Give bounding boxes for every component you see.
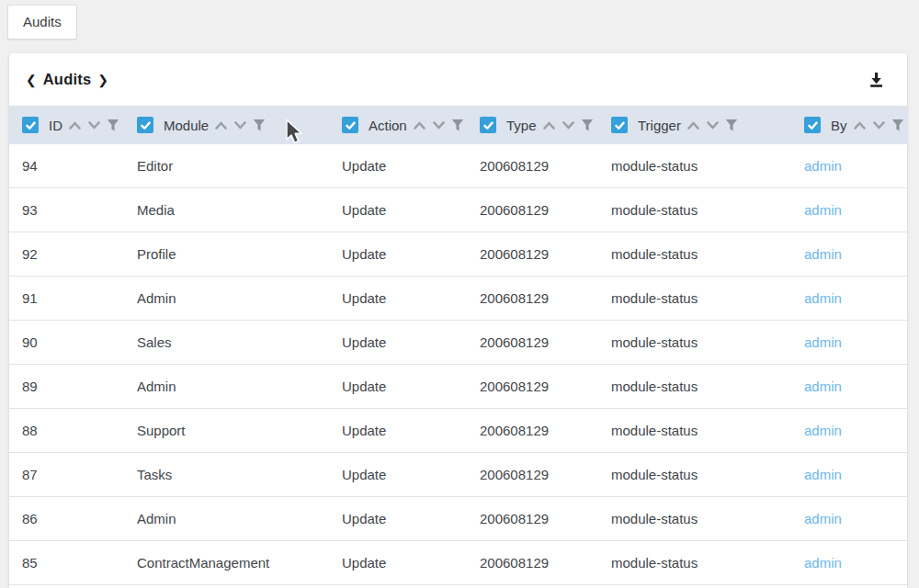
chevron-left-icon[interactable]: ❮ bbox=[26, 74, 37, 86]
cell-by: admin bbox=[804, 423, 907, 438]
cell-id: 92 bbox=[22, 246, 137, 262]
by-user-link[interactable]: admin bbox=[804, 555, 842, 571]
chevron-right-icon[interactable]: ❯ bbox=[97, 74, 108, 86]
filter-funnel-icon[interactable] bbox=[451, 119, 464, 132]
column-label: By bbox=[831, 118, 847, 133]
by-user-link[interactable]: admin bbox=[804, 202, 842, 218]
cell-type: 200608129 bbox=[480, 555, 611, 571]
table-row: 91 Admin Update 200608129 module-status … bbox=[9, 277, 907, 321]
download-button[interactable] bbox=[866, 69, 887, 90]
filter-funnel-icon[interactable] bbox=[725, 119, 738, 132]
cell-type: 200608129 bbox=[480, 290, 611, 306]
sort-descending-icon[interactable] bbox=[562, 120, 575, 130]
cell-by: admin bbox=[804, 246, 907, 262]
cell-type: 200608129 bbox=[480, 379, 611, 394]
sort-ascending-icon[interactable] bbox=[542, 120, 556, 130]
cell-id: 90 bbox=[22, 334, 137, 350]
cell-module: Editor bbox=[137, 158, 342, 174]
column-header[interactable]: Type bbox=[480, 117, 611, 133]
filter-funnel-icon[interactable] bbox=[253, 119, 266, 132]
tab-audits[interactable]: Audits bbox=[7, 5, 77, 40]
check-icon bbox=[482, 119, 494, 131]
cell-module: Admin bbox=[137, 511, 342, 526]
cell-trigger: module-status bbox=[611, 290, 804, 306]
check-icon bbox=[345, 119, 357, 131]
column-checkbox[interactable] bbox=[480, 117, 496, 133]
column-label: Type bbox=[506, 118, 537, 133]
by-user-link[interactable]: admin bbox=[804, 334, 842, 350]
by-user-link[interactable]: admin bbox=[804, 246, 842, 262]
column-header[interactable]: Trigger bbox=[611, 117, 804, 133]
table-header-row: ID Module bbox=[9, 106, 907, 144]
sort-ascending-icon[interactable] bbox=[68, 120, 82, 130]
column-checkbox[interactable] bbox=[342, 117, 358, 133]
column-header[interactable]: Action bbox=[342, 117, 480, 133]
sort-ascending-icon[interactable] bbox=[686, 120, 700, 130]
by-user-link[interactable]: admin bbox=[804, 379, 842, 394]
by-user-link[interactable]: admin bbox=[804, 423, 842, 438]
sort-descending-icon[interactable] bbox=[233, 120, 247, 130]
filter-funnel-icon[interactable] bbox=[581, 119, 594, 132]
column-label: Module bbox=[164, 118, 209, 133]
sort-ascending-icon[interactable] bbox=[853, 120, 867, 130]
cell-type: 200608129 bbox=[480, 246, 611, 262]
check-icon bbox=[140, 119, 152, 131]
by-user-link[interactable]: admin bbox=[804, 511, 842, 526]
column-checkbox[interactable] bbox=[137, 117, 153, 133]
cell-by: admin bbox=[804, 511, 907, 526]
sort-descending-icon[interactable] bbox=[872, 120, 886, 130]
cell-trigger: module-status bbox=[611, 467, 804, 482]
cell-module: Admin bbox=[137, 290, 342, 306]
cell-id: 88 bbox=[22, 423, 137, 438]
tab-audits-label: Audits bbox=[23, 14, 62, 29]
cell-id: 87 bbox=[22, 467, 137, 482]
cell-type: 200608129 bbox=[480, 202, 611, 218]
download-icon bbox=[868, 71, 885, 88]
cell-id: 93 bbox=[22, 202, 137, 218]
cell-by: admin bbox=[804, 334, 907, 350]
cell-module: Sales bbox=[137, 334, 342, 350]
filter-funnel-icon[interactable] bbox=[891, 119, 904, 132]
sort-descending-icon[interactable] bbox=[706, 120, 720, 130]
cell-module: ContractManagement bbox=[137, 555, 342, 571]
cell-id: 89 bbox=[22, 379, 137, 394]
cell-action: Update bbox=[342, 511, 480, 526]
by-user-link[interactable]: admin bbox=[804, 158, 842, 174]
column-header[interactable]: ID bbox=[22, 117, 137, 133]
cell-trigger: module-status bbox=[611, 555, 804, 571]
cell-by: admin bbox=[804, 158, 907, 174]
sort-ascending-icon[interactable] bbox=[413, 120, 426, 130]
column-checkbox[interactable] bbox=[611, 117, 628, 133]
column-header[interactable]: Module bbox=[137, 117, 342, 133]
cell-by: admin bbox=[804, 555, 907, 571]
sort-descending-icon[interactable] bbox=[432, 120, 446, 130]
table-row: 87 Tasks Update 200608129 module-status … bbox=[9, 453, 907, 497]
by-user-link[interactable]: admin bbox=[804, 290, 842, 306]
cell-action: Update bbox=[342, 246, 480, 262]
cell-id: 85 bbox=[22, 555, 137, 571]
column-header[interactable]: By bbox=[804, 117, 907, 133]
sort-ascending-icon[interactable] bbox=[214, 120, 228, 130]
cell-trigger: module-status bbox=[611, 423, 804, 438]
by-user-link[interactable]: admin bbox=[804, 467, 842, 482]
cell-id: 91 bbox=[22, 290, 137, 306]
table-row: 92 Profile Update 200608129 module-statu… bbox=[9, 232, 907, 277]
table-row: 93 Media Update 200608129 module-status … bbox=[9, 188, 907, 232]
cell-module: Tasks bbox=[137, 467, 342, 482]
filter-funnel-icon[interactable] bbox=[107, 119, 119, 132]
table-row: 85 ContractManagement Update 200608129 m… bbox=[9, 541, 907, 585]
column-checkbox[interactable] bbox=[22, 117, 39, 133]
cell-by: admin bbox=[804, 202, 907, 218]
cell-id: 86 bbox=[22, 511, 137, 526]
column-checkbox[interactable] bbox=[804, 117, 821, 133]
cell-type: 200608129 bbox=[480, 511, 611, 526]
column-label: Trigger bbox=[638, 118, 681, 133]
cell-trigger: module-status bbox=[611, 379, 804, 394]
cell-id: 94 bbox=[22, 158, 137, 174]
cell-trigger: module-status bbox=[611, 334, 804, 350]
cell-by: admin bbox=[804, 467, 907, 482]
cell-module: Profile bbox=[137, 246, 342, 262]
sort-descending-icon[interactable] bbox=[87, 120, 101, 130]
breadcrumb: ❮ Audits ❯ bbox=[26, 71, 108, 88]
check-icon bbox=[807, 119, 819, 131]
